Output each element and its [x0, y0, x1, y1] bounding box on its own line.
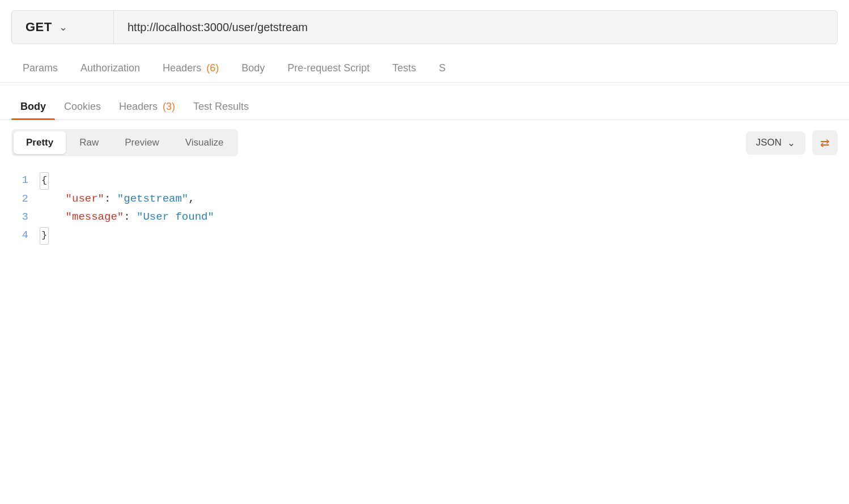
code-line-3: 3 "message": "User found"	[11, 208, 838, 226]
tab-body[interactable]: Body	[230, 54, 276, 82]
json-chevron-icon: ⌄	[787, 137, 795, 149]
code-line-2: 2 "user": "getstream",	[11, 190, 838, 208]
chevron-down-icon: ⌄	[59, 21, 67, 33]
request-tabs: Params Authorization Headers (6) Body Pr…	[0, 54, 849, 83]
headers-badge: (6)	[203, 62, 219, 74]
format-pretty-button[interactable]: Pretty	[14, 131, 66, 154]
json-format-selector[interactable]: JSON ⌄	[746, 131, 805, 155]
tab-response-body[interactable]: Body	[11, 94, 55, 119]
tab-params[interactable]: Params	[11, 54, 69, 82]
line-number-3: 3	[11, 208, 28, 226]
brace-open: {	[40, 172, 49, 190]
json-key-message: "message"	[66, 211, 124, 223]
tab-cookies[interactable]: Cookies	[55, 94, 110, 119]
response-headers-badge: (3)	[160, 101, 175, 112]
method-selector[interactable]: GET ⌄	[12, 11, 114, 44]
code-line-4: 4 }	[11, 226, 838, 245]
json-key-user: "user"	[66, 193, 104, 205]
brace-close: }	[40, 227, 49, 245]
line-number-1: 1	[11, 171, 28, 189]
json-value-message: "User found"	[137, 211, 214, 223]
response-section: Body Cookies Headers (3) Test Results Pr…	[0, 94, 849, 250]
tab-more[interactable]: S	[427, 54, 457, 82]
format-preview-button[interactable]: Preview	[112, 131, 171, 154]
url-input[interactable]	[114, 21, 837, 34]
line-number-2: 2	[11, 190, 28, 208]
json-value-user: "getstream"	[117, 193, 188, 205]
format-raw-button[interactable]: Raw	[67, 131, 111, 154]
tab-response-headers[interactable]: Headers (3)	[110, 94, 184, 119]
format-toolbar: Pretty Raw Preview Visualize JSON ⌄ ⇄	[0, 120, 849, 165]
response-tabs: Body Cookies Headers (3) Test Results	[0, 94, 849, 120]
tab-authorization[interactable]: Authorization	[69, 54, 151, 82]
format-visualize-button[interactable]: Visualize	[173, 131, 236, 154]
code-line-1: 1 {	[11, 171, 838, 190]
tab-pre-request-script[interactable]: Pre-request Script	[276, 54, 381, 82]
tab-headers[interactable]: Headers (6)	[151, 54, 230, 82]
tab-test-results[interactable]: Test Results	[184, 94, 258, 119]
tab-tests[interactable]: Tests	[381, 54, 427, 82]
format-group: Pretty Raw Preview Visualize	[11, 129, 238, 156]
wrap-lines-button[interactable]: ⇄	[812, 130, 838, 155]
method-label: GET	[26, 20, 52, 35]
line-number-4: 4	[11, 226, 28, 244]
code-block: 1 { 2 "user": "getstream", 3 "message": …	[0, 165, 849, 250]
wrap-lines-icon: ⇄	[820, 136, 830, 150]
json-format-label: JSON	[756, 137, 782, 148]
url-bar: GET ⌄	[11, 10, 838, 44]
